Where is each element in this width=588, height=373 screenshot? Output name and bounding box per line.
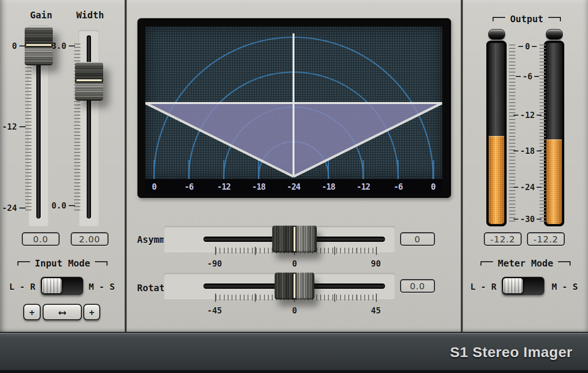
meter-scale-30-label: -30 (520, 214, 535, 224)
meter-mode-toggle-handle[interactable] (503, 278, 523, 293)
asymmetry-tick-q3 (334, 247, 335, 255)
plugin-face: Gain Width 0 -12 -24 3.0 0.0 0.0 2.00 (0, 0, 588, 332)
meter-left-value-box[interactable]: -12.2 (484, 232, 522, 246)
input-mode-toggle-handle[interactable] (42, 278, 62, 293)
asymmetry-tick-max (376, 247, 377, 255)
gain-scale-0-label: 0 (12, 41, 17, 51)
output-label: Output (510, 14, 543, 24)
nudge-right-button[interactable]: + (83, 304, 100, 320)
clip-led-right[interactable] (546, 29, 563, 40)
width-scale-bottom: 0.0 (48, 201, 75, 210)
left-divider (124, 0, 127, 332)
meter-ticks-left (509, 45, 515, 222)
s1-stereo-imager-plugin: Gain Width 0 -12 -24 3.0 0.0 0.0 2.00 (0, 0, 588, 373)
width-scale-bottom-label: 0.0 (51, 201, 66, 210)
axis-label: -18 (318, 182, 339, 192)
asymmetry-min-label: -90 (201, 259, 228, 269)
width-label: Width (73, 10, 108, 20)
axis-label: 0 (422, 182, 444, 192)
rotation-mid-label: 0 (281, 306, 308, 315)
meter-mode-toggle[interactable] (502, 277, 544, 295)
gain-scale-0: 0 (0, 41, 26, 51)
gain-scale-24: -24 (0, 203, 26, 213)
clip-led-left[interactable] (488, 29, 505, 40)
meter-ticks-right (540, 45, 546, 222)
output-meter-left-fill (489, 136, 504, 224)
output-meter-left-well (489, 43, 504, 224)
meter-scale-30: -30 (507, 214, 548, 224)
width-range-button[interactable]: ⟷ (43, 304, 82, 320)
output-meter-left (486, 41, 507, 226)
scope-graphics (145, 27, 442, 179)
meter-scale-24-label: -24 (520, 182, 535, 192)
gain-value-box[interactable]: 0.0 (22, 232, 60, 246)
meter-scale-12-label: -12 (520, 110, 535, 120)
asymmetry-tick-q1 (255, 247, 256, 255)
gain-fader-ticks (25, 44, 31, 211)
stereo-scope-display (145, 27, 442, 179)
rotation-value-box[interactable]: 0.0 (400, 279, 435, 293)
axis-label: -12 (213, 182, 234, 192)
meter-scale-6: -6 (507, 72, 548, 81)
rotation-tick-q3 (334, 294, 335, 302)
input-mode-lr-label: L - R (7, 282, 38, 292)
asymmetry-tick-min (215, 247, 216, 255)
gain-scale-12: -12 (0, 122, 26, 132)
axis-label: -12 (353, 182, 374, 192)
asymmetry-max-label: 90 (362, 259, 389, 269)
output-meter-right-well (546, 43, 562, 224)
rotation-tick-min (215, 294, 216, 302)
meter-mode-ms-label: M - S (549, 282, 580, 292)
meter-scale-6-label: -6 (523, 72, 532, 81)
axis-label: -18 (248, 182, 269, 192)
output-meter-right-fill (546, 139, 562, 224)
asymmetry-mid-label: 0 (281, 259, 308, 269)
meter-scale-18-label: -18 (520, 146, 535, 156)
axis-label: 0 (143, 182, 165, 192)
asymmetry-slider-handle[interactable] (272, 225, 317, 253)
axis-label: -6 (178, 182, 200, 192)
meter-mode-label: Meter Mode (498, 258, 553, 269)
meter-mode-lr-label: L - R (468, 282, 499, 292)
input-mode-ms-label: M - S (86, 282, 117, 292)
rotation-max-label: 45 (362, 306, 389, 315)
meter-scale-18: -18 (507, 146, 548, 156)
input-mode-label: Input Mode (35, 258, 90, 269)
asymmetry-value-box[interactable]: 0 (400, 232, 435, 246)
axis-label: -6 (387, 182, 409, 192)
rotation-tick-max (376, 294, 377, 302)
arrow-left-right-icon: ⟷ (59, 306, 65, 318)
rotation-min-label: -45 (201, 306, 228, 315)
meter-mode-section-label: Meter Mode (463, 258, 588, 269)
output-section-label: Output (484, 14, 569, 24)
gain-scale-12-label: -12 (2, 122, 17, 132)
input-mode-toggle[interactable] (41, 277, 83, 295)
output-meter-right (544, 41, 564, 226)
meter-scale-12: -12 (507, 110, 548, 120)
width-value-box[interactable]: 2.00 (71, 232, 108, 246)
width-fader-handle[interactable] (75, 62, 103, 101)
right-divider (461, 0, 463, 332)
rotation-slider-handle[interactable] (275, 272, 314, 299)
rotation-tick-q1 (255, 294, 256, 302)
footer-bar: S1 Stereo Imager (0, 332, 588, 373)
gain-label: Gain (24, 10, 58, 20)
gain-scale-24-label: -24 (2, 203, 17, 213)
width-scale-top-label: 3.0 (51, 41, 66, 51)
meter-scale-24: -24 (507, 182, 548, 192)
axis-label: -24 (283, 182, 304, 192)
gain-fader-handle[interactable] (25, 27, 53, 65)
nudge-left-button[interactable]: + (23, 304, 41, 320)
plugin-title: S1 Stereo Imager (450, 343, 573, 360)
meter-scale-0: 0 (507, 42, 548, 51)
meter-scale-0-label: 0 (525, 42, 530, 51)
input-mode-section-label: Input Mode (0, 258, 125, 269)
scope-axis-strip: 0 -6 -12 -18 -24 -18 -12 -6 0 (145, 179, 442, 194)
meter-right-value-box[interactable]: -12.2 (527, 232, 565, 246)
